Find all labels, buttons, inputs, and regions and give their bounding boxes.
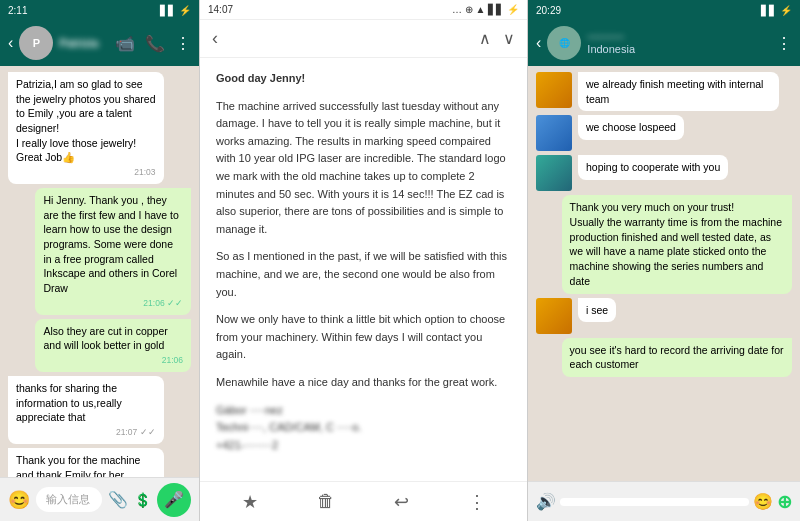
p3-msg-3-text: hoping to cooperate with you: [578, 155, 728, 180]
emoji-icon-3[interactable]: 😊: [753, 492, 773, 511]
icons-1: ▋▋ ⚡: [160, 5, 191, 16]
back-icon-email[interactable]: ‹: [212, 28, 218, 49]
delete-icon[interactable]: 🗑: [317, 491, 335, 512]
mic-button-1[interactable]: 🎤: [157, 483, 191, 517]
down-icon[interactable]: ∨: [503, 29, 515, 48]
p3-msg-3: hoping to cooperate with you: [536, 155, 728, 191]
email-para-2: So as I mentioned in the past, if we wil…: [216, 248, 511, 301]
video-icon[interactable]: 📹: [115, 34, 135, 53]
p3-msg-6: you see it's hard to record the arriving…: [562, 338, 792, 377]
chat-header-1[interactable]: ‹ P Patrizia 📹 📞 ⋮: [0, 20, 199, 66]
contact-name-3: ············: [587, 31, 770, 43]
email-greeting: Good day Jenny!: [216, 70, 511, 88]
msg-1-1: Patrizia,I am so glad to see the jewelry…: [8, 72, 164, 184]
icons-2: … ⊕ ▲ ▋▋ ⚡: [452, 4, 519, 15]
more-icon-email[interactable]: ⋮: [468, 491, 486, 513]
time-1: 2:11: [8, 5, 27, 16]
time-2: 14:07: [208, 4, 233, 15]
message-input-3[interactable]: [560, 498, 749, 506]
reply-icon[interactable]: ↩: [394, 491, 409, 513]
audio-icon-3[interactable]: 🔊: [536, 492, 556, 511]
call-icon[interactable]: 📞: [145, 34, 165, 53]
avatar-3: 🌐: [547, 26, 581, 60]
chat-header-3: ‹ 🌐 ············ Indonesia ⋮: [528, 20, 800, 66]
time-3: 20:29: [536, 5, 561, 16]
contact-name-1: Patrizia: [59, 37, 109, 49]
panel-whatsapp-left: 2:11 ▋▋ ⚡ ‹ P Patrizia 📹 📞 ⋮ Patrizia,I …: [0, 0, 200, 521]
more-icon-3[interactable]: ⋮: [776, 34, 792, 53]
dollar-icon-1[interactable]: 💲: [134, 492, 151, 508]
p3-msg-2-text: we choose lospeed: [578, 115, 684, 140]
status-bar-3: 20:29 ▋▋ ⚡: [528, 0, 800, 20]
back-icon-1[interactable]: ‹: [8, 34, 13, 52]
messages-1: Patrizia,I am so glad to see the jewelry…: [0, 66, 199, 477]
avatar-1: P: [19, 26, 53, 60]
star-icon[interactable]: ★: [242, 491, 258, 513]
thumb-2: [536, 115, 572, 151]
add-icon-3[interactable]: ⊕: [777, 491, 792, 513]
p3-msg-4: Thank you very much on your trust!Usuall…: [562, 195, 792, 293]
email-nav-icons: ∧ ∨: [479, 29, 515, 48]
email-para-1: The machine arrived successfully last tu…: [216, 98, 511, 239]
email-body: Good day Jenny! The machine arrived succ…: [200, 58, 527, 481]
email-para-3: Now we only have to think a little bit w…: [216, 311, 511, 364]
msg-1-4: thanks for sharing the information to us…: [8, 376, 164, 444]
thumb-3: [536, 155, 572, 191]
p3-msg-2: we choose lospeed: [536, 115, 684, 151]
header-action-icons-1[interactable]: 📹 📞 ⋮: [115, 34, 191, 53]
input-bar-3: 🔊 😊 ⊕: [528, 481, 800, 521]
email-signature: Gábor ·····nezTechni·····, CAD/CAM, C ··…: [216, 402, 511, 455]
status-bar-2: 14:07 … ⊕ ▲ ▋▋ ⚡: [200, 0, 527, 20]
p3-msg-5: i see: [536, 298, 616, 334]
msg-1-5: Thank you for the machine and thank Emil…: [8, 448, 164, 477]
msg-1-3: Also they are cut in copper and will loo…: [35, 319, 191, 372]
messages-3: we already finish meeting with internal …: [528, 66, 800, 481]
email-footer: ★ 🗑 ↩ ⋮: [200, 481, 527, 521]
thumb-4: [536, 298, 572, 334]
icons-3: ▋▋ ⚡: [761, 5, 792, 16]
input-bar-1: 😊 输入信息 📎 💲 🎤: [0, 477, 199, 521]
panel-email: 14:07 … ⊕ ▲ ▋▋ ⚡ ‹ ∧ ∨ Good day Jenny! T…: [200, 0, 528, 521]
contact-info-1: Patrizia: [59, 37, 109, 49]
contact-info-3: ············ Indonesia: [587, 31, 770, 55]
contact-region: Indonesia: [587, 43, 770, 55]
emoji-icon-1[interactable]: 😊: [8, 489, 30, 511]
up-icon[interactable]: ∧: [479, 29, 491, 48]
email-para-4: Menawhile have a nice day and thanks for…: [216, 374, 511, 392]
back-icon-3[interactable]: ‹: [536, 34, 541, 52]
message-input-1[interactable]: 输入信息: [36, 487, 102, 512]
p3-msg-5-text: i see: [578, 298, 616, 323]
msg-1-2: Hi Jenny. Thank you , they are the first…: [35, 188, 191, 315]
attach-icon-1[interactable]: 📎: [108, 490, 128, 509]
thumb-1: [536, 72, 572, 108]
p3-msg-1: we already finish meeting with internal …: [536, 72, 779, 111]
p3-msg-1-text: we already finish meeting with internal …: [578, 72, 779, 111]
status-bar-1: 2:11 ▋▋ ⚡: [0, 0, 199, 20]
panel-whatsapp-right: 20:29 ▋▋ ⚡ ‹ 🌐 ············ Indonesia ⋮ …: [528, 0, 800, 521]
more-icon-1[interactable]: ⋮: [175, 34, 191, 53]
email-nav: ‹ ∧ ∨: [200, 20, 527, 58]
